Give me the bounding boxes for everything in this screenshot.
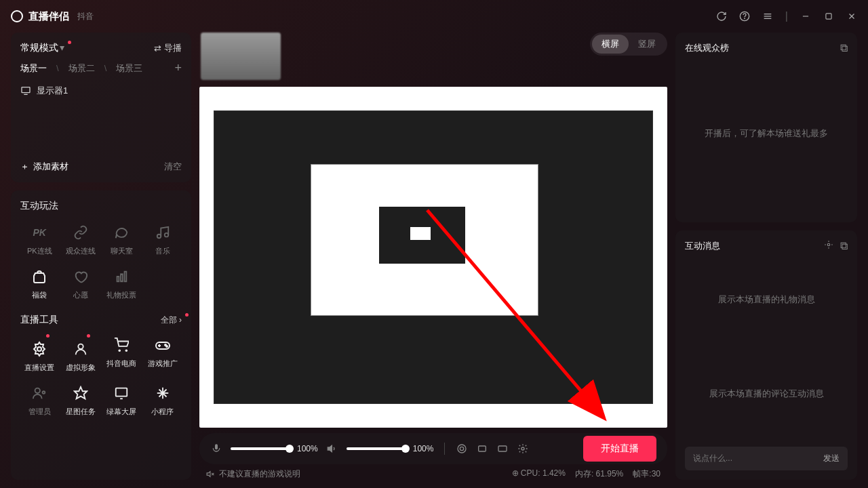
svg-point-11 (157, 235, 161, 239)
admin-tool[interactable]: 管理员 (20, 381, 59, 420)
mem-stat: 内存: 61.95% (575, 468, 623, 480)
app-title: 直播伴侣 (28, 10, 69, 23)
svg-marker-27 (75, 387, 87, 399)
avatar-tool[interactable]: 虚拟形象 (62, 333, 100, 375)
menu-icon[interactable] (762, 11, 773, 22)
director-button[interactable]: ⇄ 导播 (154, 42, 182, 54)
chatroom-tool[interactable]: 聊天室 (102, 220, 141, 259)
scene-tab-2[interactable]: 场景二 (68, 62, 95, 75)
svg-point-16 (37, 347, 41, 351)
gift-vote-tool[interactable]: 礼物投票 (102, 264, 141, 303)
start-stream-button[interactable]: 开始直播 (583, 436, 656, 462)
svg-rect-14 (121, 274, 123, 281)
messages-panel: 互动消息 ⧉ 展示本场直播的礼物消息 展示本场直播的评论互动消息 说点什么...… (675, 230, 857, 480)
landscape-option[interactable]: 横屏 (592, 35, 629, 54)
scene-tab-1[interactable]: 场景一 (20, 62, 47, 75)
logo-icon (11, 10, 23, 22)
svg-point-1 (745, 18, 745, 19)
audience-title: 在线观众榜 (685, 42, 729, 54)
svg-point-26 (43, 391, 45, 394)
msg-popout-icon[interactable]: ⧉ (840, 240, 848, 252)
audience-link-tool[interactable]: 观众连线 (62, 220, 100, 259)
add-scene-button[interactable]: + (174, 61, 182, 75)
titlebar: 直播伴侣 抖音 | (0, 0, 868, 33)
preview-area[interactable] (199, 87, 667, 428)
control-settings-icon[interactable] (517, 443, 529, 455)
tools-title: 直播工具 (20, 314, 58, 326)
miniapp-tool[interactable]: 小程序 (144, 381, 182, 420)
scene-tab-3[interactable]: 场景三 (116, 62, 142, 75)
add-material-button[interactable]: ＋ 添加素材 (20, 161, 68, 173)
messages-title: 互动消息 (685, 240, 720, 252)
svg-point-36 (460, 447, 464, 450)
effects-icon[interactable] (456, 443, 468, 455)
popout-icon[interactable]: ⧉ (840, 42, 848, 54)
gift-msg-placeholder: 展示本场直播的礼物消息 (685, 266, 848, 333)
user-avatar-box (201, 33, 281, 80)
luckybag-tool[interactable]: 福袋 (20, 264, 59, 303)
close-button[interactable] (846, 11, 857, 22)
music-tool[interactable]: 音乐 (144, 220, 182, 259)
svg-point-35 (458, 445, 466, 453)
msg-settings-icon[interactable] (824, 240, 833, 252)
svg-rect-13 (117, 277, 119, 281)
comment-msg-placeholder: 展示本场直播的评论互动消息 (685, 361, 848, 427)
svg-point-25 (35, 388, 40, 393)
source-item[interactable]: 显示器1 (20, 82, 182, 100)
greenscreen-tool[interactable]: 绿幕大屏 (102, 381, 141, 420)
svg-rect-15 (125, 272, 127, 282)
app-subtitle: 抖音 (77, 11, 94, 22)
svg-rect-37 (479, 446, 486, 451)
svg-point-12 (165, 233, 169, 237)
svg-point-19 (126, 350, 127, 351)
fps-stat: 帧率:30 (633, 468, 660, 480)
refresh-icon[interactable] (716, 11, 727, 22)
stream-settings-tool[interactable]: 直播设置 (20, 333, 59, 375)
star-task-tool[interactable]: 星图任务 (62, 381, 100, 420)
minimize-button[interactable] (800, 11, 811, 22)
all-tools-link[interactable]: 全部 › (161, 314, 182, 326)
svg-rect-6 (826, 14, 831, 19)
svg-point-17 (78, 344, 83, 349)
audience-placeholder: 开播后，可了解本场谁送礼最多 (685, 100, 848, 167)
cpu-stat: ⊕ CPU: 1.42% (512, 468, 566, 480)
interact-title: 互动玩法 (20, 200, 182, 212)
portrait-option[interactable]: 竖屏 (629, 35, 665, 54)
mic-icon[interactable] (210, 443, 222, 455)
aspect-icon[interactable] (496, 443, 509, 455)
svg-point-24 (166, 346, 167, 347)
svg-point-39 (521, 447, 524, 450)
svg-point-18 (119, 350, 121, 351)
mic-slider[interactable]: 100% (231, 444, 318, 453)
speaker-icon[interactable] (326, 443, 338, 455)
speaker-slider[interactable]: 100% (347, 444, 434, 453)
svg-point-43 (827, 243, 830, 246)
wish-tool[interactable]: 心愿 (62, 264, 100, 303)
status-bar: 不建议直播的游戏说明 ⊕ CPU: 1.42% 内存: 61.95% 帧率:30 (199, 464, 667, 480)
control-bar: 100% 100% 开始直播 (199, 433, 667, 464)
interact-panel: 互动玩法 PKPK连线 观众连线 聊天室 音乐 福袋 心愿 礼物投票 直播工具 … (11, 190, 191, 480)
maximize-button[interactable] (823, 11, 834, 22)
game-promo-tool[interactable]: 游戏推广 (144, 333, 182, 375)
send-button[interactable]: 发送 (823, 453, 840, 464)
chat-input[interactable]: 说点什么... 发送 (685, 447, 848, 470)
scene-tabs: 场景一 \ 场景二 \ 场景三 + (20, 61, 182, 75)
clear-button[interactable]: 清空 (164, 161, 182, 173)
game-warning-link[interactable]: 不建议直播的游戏说明 (206, 468, 300, 480)
svg-marker-34 (328, 445, 332, 451)
monitor-icon (20, 85, 31, 96)
crop-icon[interactable] (476, 443, 488, 455)
help-icon[interactable] (739, 11, 750, 22)
ecommerce-tool[interactable]: 抖音电商 (102, 333, 141, 375)
svg-rect-38 (498, 446, 507, 451)
svg-rect-28 (116, 388, 127, 396)
orientation-toggle[interactable]: 横屏 竖屏 (590, 33, 667, 56)
app-logo: 直播伴侣 抖音 (11, 10, 94, 23)
svg-rect-9 (22, 87, 30, 93)
svg-marker-40 (207, 472, 210, 477)
audience-panel: 在线观众榜 ⧉ 开播后，可了解本场谁送礼最多 (675, 33, 857, 222)
mode-dropdown[interactable]: 常规模式▾ (20, 42, 64, 54)
pk-tool[interactable]: PKPK连线 (20, 220, 59, 259)
scene-panel: 常规模式▾ ⇄ 导播 场景一 \ 场景二 \ 场景三 + 显示器1 ＋ 添加素材… (11, 33, 191, 182)
